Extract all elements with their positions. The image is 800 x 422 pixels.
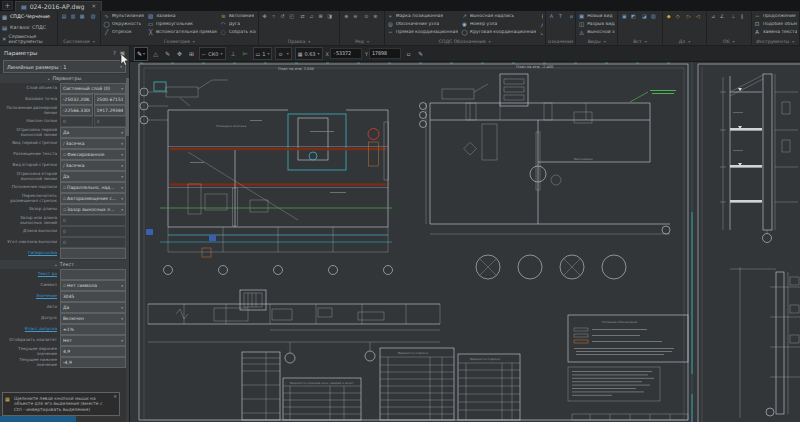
tool-icon[interactable]: ✥ bbox=[261, 13, 269, 20]
ribbon-button[interactable]: ◠Дуга bbox=[220, 21, 256, 29]
ribbon-button[interactable]: ◯Окружность bbox=[103, 21, 144, 29]
property-select[interactable]: ▫Авторазмещение с...▾ bbox=[60, 193, 126, 204]
tool-icon[interactable]: A bbox=[548, 13, 556, 20]
property-input[interactable]: 3045 bbox=[60, 291, 126, 302]
scale-select[interactable]: ▦0.63▾ bbox=[295, 47, 323, 60]
app-menu-item[interactable]: ▦СПДС-Черчение bbox=[0, 11, 57, 22]
ribbon-button[interactable]: ─Прямая координационная bbox=[387, 28, 458, 36]
tool-icon[interactable]: ▣ bbox=[620, 13, 628, 20]
property-select[interactable]: ∕Засечка▾ bbox=[60, 138, 126, 149]
ortho-icon[interactable]: ⊥ bbox=[229, 50, 238, 57]
ribbon-button[interactable]: ∿Мультилиния bbox=[103, 13, 144, 21]
group-expander-icon[interactable]: ▾ bbox=[733, 39, 735, 44]
property-input[interactable] bbox=[60, 269, 126, 280]
tool-icon[interactable]: ∥ bbox=[738, 13, 746, 20]
property-select[interactable]: ▫Фиксированное▾ bbox=[60, 149, 126, 160]
close-tab-icon[interactable]: ✕ bbox=[92, 3, 97, 9]
tool-icon[interactable]: ◆ bbox=[665, 13, 673, 20]
plan-right[interactable]: План на отм. -2.400 Венткамера bbox=[420, 65, 677, 279]
layer-select[interactable]: ▭1▾ bbox=[253, 47, 273, 60]
property-select[interactable]: Да▾ bbox=[60, 302, 126, 313]
property-label[interactable]: Значение bbox=[1, 294, 60, 298]
tool-icon[interactable]: ◇ bbox=[674, 13, 682, 20]
tool-icon[interactable]: ⇄ bbox=[299, 13, 307, 20]
tool-icon[interactable]: ◨ bbox=[326, 13, 334, 20]
ribbon-button[interactable]: ╱Линия разреза bbox=[539, 21, 542, 29]
tool-icon[interactable]: ▤ bbox=[60, 13, 68, 20]
drawing-canvas[interactable]: План на отм. 2.000 Площадка монтажа bbox=[130, 62, 800, 422]
ribbon-button[interactable]: ◎Обозначение узла bbox=[387, 21, 458, 29]
tool-icon[interactable]: ◩ bbox=[629, 13, 637, 20]
group-expander-icon[interactable]: ▾ bbox=[604, 39, 606, 44]
app-menu-item[interactable]: ✕Сервисные инструменты bbox=[0, 34, 57, 45]
tool-icon[interactable]: ⌀ bbox=[568, 13, 574, 20]
edit-icon[interactable]: ✎ bbox=[163, 50, 172, 57]
ribbon-button[interactable]: ╱Отрезок bbox=[103, 28, 144, 36]
property-input[interactable]: ±1% bbox=[60, 324, 126, 335]
property-select[interactable]: ▫Параллельно, над...▾ bbox=[60, 182, 126, 193]
document-tab[interactable]: ▤ 024-2016-АР.dwg ✕ bbox=[15, 1, 102, 11]
command-line-strip[interactable] bbox=[0, 416, 76, 422]
property-select[interactable]: ∕Засечка▾ bbox=[60, 160, 126, 171]
tool-icon[interactable]: ⌗ bbox=[270, 13, 278, 20]
ribbon-button[interactable]: ◉Номер узла bbox=[461, 21, 536, 29]
draw-mode-button[interactable]: ✎▾ bbox=[134, 47, 148, 61]
group-expander-icon[interactable]: ▾ bbox=[367, 39, 369, 44]
section-right-lower[interactable] bbox=[730, 267, 800, 418]
group-expander-icon[interactable]: ▾ bbox=[688, 39, 690, 44]
close-icon[interactable]: ✕ bbox=[113, 394, 117, 400]
group-expander-icon[interactable]: ▾ bbox=[645, 39, 647, 44]
tool-icon[interactable]: ▷ bbox=[685, 13, 693, 20]
tool-icon[interactable]: ◪ bbox=[640, 13, 648, 20]
ribbon-button[interactable]: ↗Выносная надпись bbox=[461, 13, 536, 21]
ribbon-button[interactable]: ◡Дуговая координационная bbox=[539, 28, 542, 36]
tables[interactable]: Ведомость проемов окон, дверей и ворот В… bbox=[242, 348, 520, 420]
group-expander-icon[interactable]: ▾ bbox=[93, 39, 95, 44]
tool-icon[interactable]: ↺ bbox=[279, 13, 287, 20]
property-select[interactable]: Включен▾ bbox=[60, 313, 126, 324]
ucs-select[interactable]: ⌐СК0▾ bbox=[199, 47, 225, 60]
section-drawing[interactable] bbox=[148, 290, 440, 363]
tool-icon[interactable]: ⊿ bbox=[709, 13, 717, 20]
ribbon-button[interactable]: ╳Вспомогательная прямая bbox=[147, 28, 217, 36]
property-select[interactable]: Да▾ bbox=[60, 171, 126, 182]
section-right-upper[interactable] bbox=[720, 74, 798, 243]
ribbon-button[interactable]: AЗамена текста bbox=[754, 28, 797, 36]
ribbon-button[interactable]: ◌Собрать контур bbox=[220, 28, 256, 36]
group-expander-icon[interactable]: ▾ bbox=[193, 39, 195, 44]
tool-icon[interactable]: ▦ bbox=[78, 13, 86, 20]
tool-icon[interactable]: ◰ bbox=[288, 13, 296, 20]
group-expander-icon[interactable]: ▾ bbox=[792, 39, 794, 44]
ribbon-button[interactable]: ─Продолжение сечения bbox=[754, 13, 797, 21]
property-input[interactable]: -25032.20821 bbox=[60, 94, 93, 105]
tool-icon[interactable]: ∠ bbox=[718, 13, 726, 20]
property-select[interactable]: Системный слой (0)▾ bbox=[60, 83, 126, 94]
move-icon[interactable]: ✥ bbox=[175, 50, 184, 57]
property-input[interactable]: 2500.671515 bbox=[94, 94, 127, 105]
y-coordinate-value[interactable]: 17898 bbox=[369, 48, 401, 59]
tool-icon[interactable]: ⊞ bbox=[317, 13, 325, 20]
ribbon-button[interactable]: {Фигурная скобка bbox=[539, 13, 542, 21]
app-menu-item[interactable]: ▤Каталог СПДС bbox=[0, 22, 57, 33]
tool-icon[interactable]: ▥ bbox=[69, 13, 77, 20]
tool-icon[interactable]: ⊕ bbox=[342, 13, 350, 20]
property-select[interactable]: ▫Нет символа▾ bbox=[60, 280, 126, 291]
tool-icon[interactable]: ⊥ bbox=[729, 13, 737, 20]
ribbon-button[interactable]: ▣Новый вид bbox=[578, 13, 615, 21]
property-input[interactable]: -4,9 bbox=[60, 357, 126, 368]
tool-icon[interactable]: ⊗ bbox=[371, 13, 379, 20]
notes-box[interactable] bbox=[568, 367, 688, 420]
tool-icon[interactable]: ✄ bbox=[337, 13, 338, 20]
tool-icon[interactable]: ▨ bbox=[649, 13, 657, 20]
ribbon-button[interactable]: ▨Заливка bbox=[147, 13, 217, 21]
osnap-icon[interactable]: △ bbox=[151, 50, 160, 57]
property-input[interactable]: -22566.33001 bbox=[60, 105, 93, 116]
section-header[interactable]: ▴Параметры bbox=[0, 74, 129, 83]
plan-left[interactable]: План на отм. 2.000 Площадка монтажа bbox=[140, 67, 393, 275]
ribbon-button[interactable]: ◫Разрыв вида bbox=[578, 21, 615, 29]
ribbon-button[interactable]: ◬Выносной элемент bbox=[578, 28, 615, 36]
grid-icon[interactable]: ⊞ bbox=[187, 50, 196, 57]
tool-icon[interactable]: ⊖ bbox=[351, 13, 359, 20]
x-coordinate-value[interactable]: -53372 bbox=[330, 48, 362, 59]
panel-scrollbar[interactable] bbox=[126, 60, 129, 422]
